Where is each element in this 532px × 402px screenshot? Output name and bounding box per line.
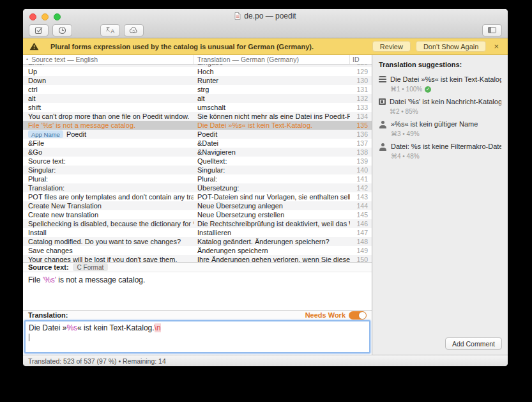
table-row[interactable]: Up Hoch 129	[23, 67, 372, 76]
row-source-text: Your changes will be lost if you don't s…	[28, 256, 177, 262]
suggestion-body: Datei '%s' ist kein Nachricht-Katalog. ⌘…	[390, 98, 501, 115]
row-source-text: Source text:	[28, 157, 66, 165]
suggestion-shortcut-score: ⌘2 • 85%	[390, 108, 418, 115]
suggestion-item[interactable]: Datei: %s ist keine Filtermakro-Datei! ⌘…	[379, 143, 501, 160]
add-comment-button[interactable]: Add Comment	[445, 337, 502, 350]
catalog-pane: • Source text — English Translation — Ge…	[23, 55, 372, 355]
table-row[interactable]: alt alt 132	[23, 94, 372, 103]
row-translation-cell: Quelltext:	[194, 157, 350, 165]
row-id-cell: 145	[350, 211, 372, 219]
table-row[interactable]: Source text: Quelltext: 139	[23, 157, 372, 166]
needs-work-toggle[interactable]	[349, 311, 367, 320]
text-part: is not a message catalog.	[56, 275, 145, 284]
row-source-text: Translation:	[28, 184, 65, 192]
table-row[interactable]: You can't drop more than one file on Poe…	[23, 112, 372, 121]
row-source-text: ctrl	[28, 86, 38, 93]
sort-indicator: •	[26, 56, 28, 63]
table-row[interactable]: &Go &Navigieren 138	[23, 148, 372, 157]
column-header-id[interactable]: ID	[350, 55, 372, 64]
row-source-text: alt	[28, 95, 36, 102]
window-title-text: de.po — poedit	[244, 12, 296, 20]
text-part: %s	[66, 323, 77, 332]
text-part: Die Datei »	[29, 323, 66, 332]
table-header: • Source text — English Translation — Ge…	[23, 55, 372, 65]
verified-check-icon: ✓	[425, 86, 431, 93]
row-id-cell: 140	[350, 166, 372, 174]
text-part: \n	[155, 323, 161, 332]
suggestion-meta: ⌘4 • 48% ✓	[391, 153, 501, 160]
suggestion-item[interactable]: Die Datei »%s« ist kein Text-Katalog. ⌘1…	[379, 75, 501, 93]
row-source-text: Create New Translation	[28, 202, 102, 210]
row-source-cell: Your changes will be lost if you don't s…	[23, 256, 194, 262]
row-translation-cell: Poedit	[194, 130, 350, 138]
row-translation-cell: Neue Übersetzung anlegen	[194, 202, 350, 210]
table-row[interactable]: Catalog modified. Do you want to save ch…	[23, 237, 372, 246]
sync-button[interactable]	[124, 24, 144, 36]
row-translation-cell: &Datei	[194, 139, 350, 147]
row-source-text: shift	[28, 104, 41, 111]
table-row[interactable]: Install Installieren 147	[23, 228, 372, 237]
row-translation-cell: Katalog geändert. Änderungen speichern?	[194, 238, 350, 245]
row-id-cell: 138	[350, 148, 372, 156]
statistics-button[interactable]	[52, 24, 72, 36]
table-row[interactable]: Down Runter 130	[23, 76, 372, 85]
string-list-scroll: Enter Eingabe 128 Up Hoch 129 Down Runte…	[23, 65, 372, 262]
translation-input[interactable]: Die Datei »%s« ist kein Text-Katalog.\n	[24, 320, 370, 353]
row-translation-cell: Singular:	[194, 166, 350, 174]
banner-close-icon[interactable]: ×	[491, 42, 501, 50]
row-id-cell: 144	[350, 202, 372, 210]
suggestion-source-icon	[379, 98, 386, 105]
suggestion-text: Datei '%s' ist kein Nachricht-Katalog.	[390, 98, 501, 106]
row-translation-cell: POT-Dateien sind nur Vorlagen, sie entha…	[194, 193, 350, 201]
table-row[interactable]: Singular: Singular: 140	[23, 166, 372, 174]
suggestion-item[interactable]: Datei '%s' ist kein Nachricht-Katalog. ⌘…	[379, 98, 501, 115]
table-row[interactable]: Create new translation Neue Übersetzung …	[23, 210, 372, 219]
row-source-text: &Go	[28, 148, 42, 156]
row-source-cell: Spellchecking is disabled, because the d…	[23, 220, 194, 228]
suggestion-item[interactable]: »%s« ist kein gültiger Name ⌘3 • 49% ✓	[379, 120, 501, 137]
column-header-translation-label: Translation — German (Germany)	[197, 56, 299, 63]
table-row[interactable]: Spellchecking is disabled, because the d…	[23, 219, 372, 228]
table-row[interactable]: File '%s' is not a message catalog. Die …	[23, 121, 372, 130]
source-text-view: File '%s' is not a message catalog.	[23, 272, 372, 310]
table-row[interactable]: shift umschalt 133	[23, 103, 372, 112]
row-source-cell: shift	[23, 104, 194, 111]
row-source-text: Poedit	[66, 130, 86, 138]
row-id-cell: 134	[350, 112, 372, 120]
row-translation-cell: Die Datei »%s« ist kein Text-Katalog.	[194, 121, 350, 129]
row-source-cell: Install	[23, 229, 194, 236]
table-row[interactable]: POT files are only templates and don't c…	[23, 192, 372, 201]
suggestion-shortcut-score: ⌘4 • 48%	[391, 153, 420, 160]
row-translation-cell: umschalt	[194, 104, 350, 111]
row-source-cell: &File	[23, 139, 194, 147]
pretranslate-button[interactable]: A	[100, 24, 120, 36]
review-button[interactable]: Review	[372, 41, 411, 52]
row-source-cell: Enter	[23, 65, 194, 66]
row-source-text: Install	[28, 229, 47, 236]
text-part: '%s'	[43, 275, 56, 284]
column-header-translation[interactable]: Translation — German (Germany)	[194, 55, 350, 64]
table-row[interactable]: App Name Poedit Poedit 136	[23, 130, 372, 139]
row-source-cell: Create New Translation	[23, 202, 194, 210]
row-source-cell: POT files are only templates and don't c…	[23, 193, 194, 201]
sidebar-toggle-button[interactable]	[482, 24, 502, 36]
table-row[interactable]: ctrl strg 131	[23, 85, 372, 94]
dont-show-again-button[interactable]: Don't Show Again	[416, 41, 487, 52]
table-row[interactable]: Translation: Übersetzung: 142	[23, 183, 372, 192]
table-row[interactable]: Your changes will be lost if you don't s…	[23, 255, 372, 262]
column-header-source[interactable]: • Source text — English	[23, 55, 194, 64]
table-row[interactable]: &File &Datei 137	[23, 139, 372, 148]
row-id-cell: 135	[350, 121, 372, 129]
column-header-id-label: ID	[353, 56, 360, 63]
table-row[interactable]: Create New Translation Neue Übersetzung …	[23, 201, 372, 210]
text-caret	[29, 334, 29, 341]
row-source-text: Up	[28, 68, 37, 75]
validate-checkbox-icon	[34, 26, 43, 35]
row-id-cell: 133	[350, 104, 372, 111]
row-source-cell: Source text:	[23, 157, 194, 165]
validate-button[interactable]	[29, 24, 49, 36]
table-row[interactable]: Save changes Änderungen speichern 149	[23, 246, 372, 255]
string-list[interactable]: Enter Eingabe 128 Up Hoch 129 Down Runte…	[23, 65, 372, 262]
warning-message: Plural forms expression used by the cata…	[50, 43, 367, 50]
table-row[interactable]: Plural: Plural: 141	[23, 174, 372, 183]
